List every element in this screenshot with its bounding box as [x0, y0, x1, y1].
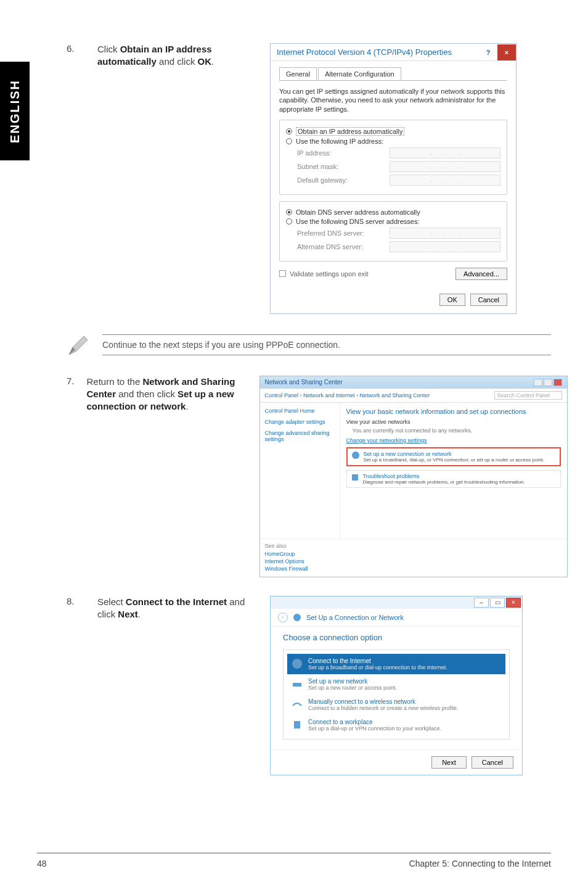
- cancel-button[interactable]: Cancel: [470, 294, 507, 306]
- step-7-post: .: [186, 401, 188, 411]
- step-7-mid: and then click: [116, 389, 178, 399]
- subnet-mask-field: Subnet mask: ...: [297, 161, 500, 172]
- option-manual-wireless[interactable]: Manually connect to a wireless network C…: [287, 695, 505, 715]
- subnet-mask-input[interactable]: ...: [390, 161, 500, 172]
- step-6: 6. Click Obtain an IP address automatica…: [67, 43, 551, 314]
- opt3-desc: Connect to a hidden network or create a …: [308, 705, 459, 711]
- radio-obtain-dns-auto[interactable]: Obtain DNS server address automatically: [286, 208, 500, 216]
- svg-point-5: [292, 659, 302, 669]
- checkbox-icon: [279, 270, 286, 277]
- network-sharing-window: Network and Sharing Center Control Panel…: [259, 376, 568, 577]
- option-workplace[interactable]: Connect to a workplace Set up a dial-up …: [287, 715, 505, 735]
- page-number: 48: [37, 859, 47, 868]
- sidebar-change-adapter[interactable]: Change adapter settings: [265, 419, 335, 425]
- close-button[interactable]: ×: [497, 44, 516, 60]
- alternate-dns-input[interactable]: ...: [390, 241, 500, 252]
- content-area: 6. Click Obtain an IP address automatica…: [67, 43, 551, 775]
- advanced-button[interactable]: Advanced...: [455, 268, 507, 280]
- radio-obtain-ip-auto-label: Obtain an IP address automatically: [296, 127, 404, 136]
- nsc-window-title: Network and Sharing Center: [265, 379, 343, 386]
- see-also-homegroup[interactable]: HomeGroup: [265, 551, 562, 557]
- option-connect-internet[interactable]: Connect to the Internet Set up a broadba…: [287, 654, 505, 674]
- note-text: Continue to the next steps if you are us…: [102, 334, 551, 355]
- step-7-screenshot: Network and Sharing Center Control Panel…: [259, 376, 568, 577]
- ipv4-bottom-row: Validate settings upon exit Advanced...: [279, 268, 507, 280]
- wizard-icon: [351, 451, 360, 460]
- alternate-dns-label: Alternate DNS server:: [297, 243, 390, 250]
- next-button[interactable]: Next: [431, 756, 467, 769]
- connection-wizard: – ▭ × ‹ Set Up a Connection or Network C…: [270, 596, 523, 775]
- nsc-troubleshoot[interactable]: Troubleshoot problems Diagnose and repai…: [346, 470, 561, 488]
- preferred-dns-input[interactable]: ...: [390, 228, 500, 239]
- wizard-title: Choose a connection option: [283, 633, 510, 642]
- radio-dot-icon: [286, 128, 292, 134]
- back-button[interactable]: ‹: [278, 613, 288, 622]
- radio-obtain-ip-auto[interactable]: Obtain an IP address automatically: [286, 127, 500, 136]
- nsc-see-also: See also HomeGroup Internet Options Wind…: [260, 538, 567, 577]
- network-icon: [293, 613, 301, 622]
- radio-dot-icon: [286, 138, 292, 144]
- option-setup-network[interactable]: Set up a new network Set up a new router…: [287, 674, 505, 695]
- nsc-heading: View your basic network information and …: [346, 408, 561, 415]
- preferred-dns-label: Preferred DNS server:: [297, 229, 390, 237]
- page-footer: 48 Chapter 5: Connecting to the Internet: [37, 852, 551, 868]
- ipv4-titlebar: Internet Protocol Version 4 (TCP/IPv4) P…: [271, 44, 516, 61]
- globe-icon: [291, 658, 303, 670]
- ip-address-field: IP address: ...: [297, 147, 500, 159]
- radio-obtain-dns-auto-label: Obtain DNS server address automatically: [296, 208, 420, 216]
- tab-general[interactable]: General: [279, 67, 317, 80]
- wizard-options: Connect to the Internet Set up a broadba…: [283, 650, 510, 740]
- validate-checkbox[interactable]: Validate settings upon exit: [279, 270, 369, 278]
- opt2-title: Set up a new network: [308, 678, 397, 685]
- dns-group: Obtain DNS server address automatically …: [279, 201, 507, 262]
- close-button[interactable]: ×: [506, 598, 521, 608]
- minimize-button[interactable]: [534, 379, 542, 386]
- default-gateway-field: Default gateway: ...: [297, 175, 500, 186]
- close-button[interactable]: [553, 379, 562, 386]
- nsc-content: View your basic network information and …: [340, 403, 567, 538]
- svg-point-2: [352, 452, 359, 459]
- ip-address-label: IP address:: [297, 149, 390, 157]
- sidebar-advanced-sharing[interactable]: Change advanced sharing settings: [265, 430, 335, 442]
- maximize-button[interactable]: [544, 379, 552, 386]
- step-8-pre: Select: [97, 596, 126, 607]
- default-gateway-input[interactable]: ...: [390, 175, 500, 186]
- pencil-icon: [67, 332, 91, 357]
- svg-rect-7: [294, 721, 300, 728]
- see-also-windows-firewall[interactable]: Windows Firewall: [265, 566, 562, 572]
- cancel-button[interactable]: Cancel: [472, 756, 513, 769]
- step-7-number: 7.: [67, 376, 75, 577]
- ip-address-group: Obtain an IP address automatically Use t…: [279, 120, 507, 195]
- maximize-button[interactable]: ▭: [490, 598, 505, 608]
- ok-button[interactable]: OK: [439, 294, 465, 306]
- step-8: 8. Select Connect to the Internet and cl…: [67, 596, 551, 775]
- preferred-dns-field: Preferred DNS server: ...: [297, 228, 500, 239]
- radio-dot-icon: [286, 209, 292, 215]
- nsc-active-label: View your active networks: [346, 419, 561, 425]
- svg-rect-6: [293, 683, 301, 687]
- step-6-screenshot: Internet Protocol Version 4 (TCP/IPv4) P…: [270, 43, 517, 314]
- step-8-text: Select Connect to the Internet and click…: [97, 596, 258, 775]
- window-controls: [534, 379, 562, 386]
- breadcrumb[interactable]: Control Panel › Network and Internet › N…: [265, 392, 430, 398]
- sidebar-control-panel-home[interactable]: Control Panel Home: [265, 408, 335, 414]
- troubleshoot-icon: [351, 473, 359, 482]
- ip-address-input[interactable]: ...: [390, 147, 500, 159]
- wifi-icon: [291, 698, 303, 711]
- minimize-button[interactable]: –: [474, 598, 489, 608]
- nsc-setup-new-connection[interactable]: Set up a new connection or network Set u…: [346, 447, 561, 466]
- nsc-item2-desc: Diagnose and repair network problems, or…: [363, 479, 525, 485]
- step-8-bold1: Connect to the Internet: [126, 596, 227, 607]
- step-6-post: .: [211, 56, 214, 67]
- step-6-pre: Click: [97, 44, 120, 54]
- help-button[interactable]: ?: [479, 44, 497, 60]
- wizard-window-controls: – ▭ ×: [271, 596, 522, 609]
- validate-label: Validate settings upon exit: [290, 270, 369, 278]
- nsc-item2-title: Troubleshoot problems: [363, 473, 420, 479]
- radio-use-following-ip[interactable]: Use the following IP address:: [286, 138, 500, 145]
- opt3-title: Manually connect to a wireless network: [308, 698, 459, 705]
- see-also-internet-options[interactable]: Internet Options: [265, 558, 562, 564]
- tab-alternate[interactable]: Alternate Configuration: [318, 67, 401, 80]
- radio-use-following-dns[interactable]: Use the following DNS server addresses:: [286, 218, 500, 225]
- search-input[interactable]: Search Control Panel: [494, 391, 562, 400]
